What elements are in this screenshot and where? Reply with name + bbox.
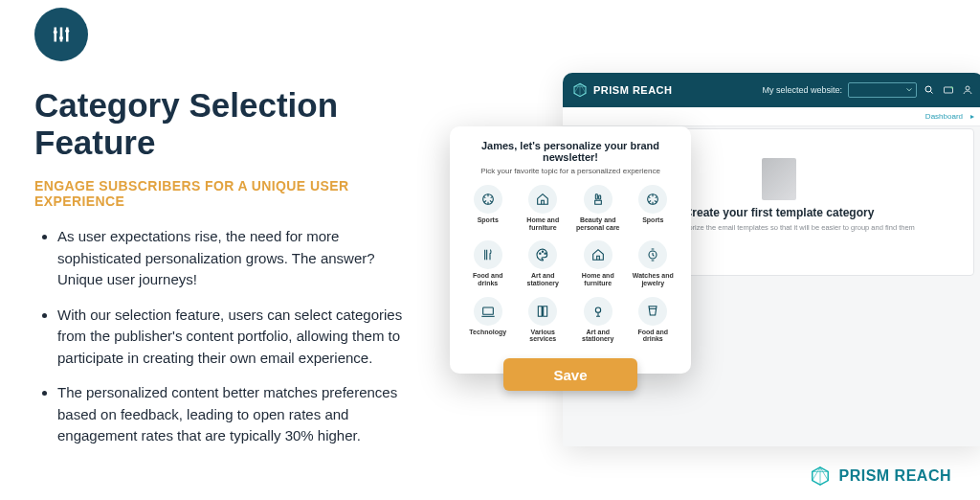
category-label: Home and furniture (519, 216, 568, 231)
category-label: Watches and jewelry (629, 272, 679, 286)
svg-point-15 (540, 253, 541, 254)
svg-point-7 (951, 87, 953, 89)
category-option[interactable]: Food and drinks (629, 297, 679, 343)
svg-point-17 (545, 253, 546, 254)
website-selector-label: My selected website: (762, 85, 842, 95)
svg-point-8 (966, 86, 969, 90)
website-selector[interactable] (848, 82, 917, 98)
svg-rect-19 (482, 307, 493, 314)
modal-subheading: Pick your favorite topic for a personali… (463, 167, 678, 175)
category-label: Food and drinks (629, 329, 679, 343)
svg-rect-13 (598, 195, 600, 199)
category-option[interactable]: Technology (463, 297, 513, 343)
svg-point-16 (543, 251, 544, 252)
soccer-icon (474, 185, 502, 214)
user-icon[interactable] (961, 83, 974, 97)
screenshot-composite: PRISM REACH My selected website: Dashboa… (440, 57, 976, 479)
bullet-item: The personalized content better matches … (57, 382, 417, 447)
beauty-icon (584, 185, 612, 214)
chevron-down-icon (905, 86, 913, 94)
food-icon (474, 240, 502, 269)
home-icon (584, 240, 612, 269)
home-icon (528, 185, 557, 214)
bullet-item: As user expectations rise, the need for … (57, 226, 417, 291)
tech-icon (474, 297, 502, 326)
soccer-icon (638, 185, 667, 214)
footer-brand: PRISM REACH (810, 466, 951, 487)
category-label: Home and furniture (573, 272, 623, 286)
category-option[interactable]: Various services (519, 297, 568, 343)
drink-icon (638, 297, 667, 326)
category-label: Beauty and personal care (573, 216, 623, 231)
category-label: Sports (642, 216, 663, 224)
category-option[interactable]: Home and furniture (519, 185, 568, 231)
page-logo (34, 8, 88, 61)
mail-icon[interactable] (942, 83, 955, 97)
svg-point-2 (59, 36, 63, 40)
svg-point-1 (54, 31, 57, 34)
category-label: Technology (469, 329, 506, 336)
category-label: Art and stationery (573, 329, 623, 343)
app-brand-text: PRISM REACH (593, 84, 673, 96)
book-icon (528, 297, 557, 326)
category-label: Art and stationery (519, 272, 568, 286)
save-button[interactable]: Save (503, 358, 637, 391)
category-option[interactable]: Home and furniture (573, 240, 623, 286)
category-option[interactable]: Art and stationery (519, 240, 568, 286)
breadcrumb-row: Dashboard ▸ (563, 107, 980, 126)
search-icon[interactable] (923, 83, 936, 97)
category-label: Various services (519, 329, 568, 343)
prism-logo-icon (810, 466, 831, 487)
category-label: Sports (478, 216, 499, 224)
category-option[interactable]: Art and stationery (573, 297, 623, 343)
svg-point-3 (65, 29, 69, 33)
sliders-icon (47, 20, 76, 49)
svg-point-5 (925, 86, 931, 92)
watch-icon (638, 240, 667, 269)
svg-point-20 (595, 307, 600, 312)
panel-title: Create your first template category (684, 206, 875, 219)
category-label: Food and drinks (463, 272, 513, 286)
category-option[interactable]: Sports (629, 185, 679, 231)
art-icon (528, 240, 557, 269)
app-brand-logo: PRISM REACH (572, 82, 673, 98)
category-option[interactable]: Sports (463, 185, 513, 231)
category-option[interactable]: Beauty and personal care (573, 185, 623, 231)
bullet-list: As user expectations rise, the need for … (34, 226, 417, 447)
bullet-item: With our selection feature, users can se… (57, 305, 417, 370)
page-title: Category Selection Feature (34, 86, 417, 161)
page-subtitle: ENGAGE SUBSCRIBERS FOR A UNIQUE USER EXP… (34, 178, 417, 209)
modal-heading: James, let's personalize your brand news… (463, 140, 678, 163)
art2-icon (584, 297, 612, 326)
document-stack-icon (762, 158, 796, 200)
category-modal: James, let's personalize your brand news… (450, 126, 691, 374)
prism-logo-icon (572, 82, 588, 98)
category-option[interactable]: Watches and jewelry (629, 240, 679, 286)
app-topbar: PRISM REACH My selected website: (563, 73, 980, 107)
svg-rect-12 (595, 194, 597, 199)
category-option[interactable]: Food and drinks (463, 240, 513, 286)
breadcrumb[interactable]: Dashboard (925, 112, 963, 121)
breadcrumb-caret: ▸ (970, 112, 974, 121)
